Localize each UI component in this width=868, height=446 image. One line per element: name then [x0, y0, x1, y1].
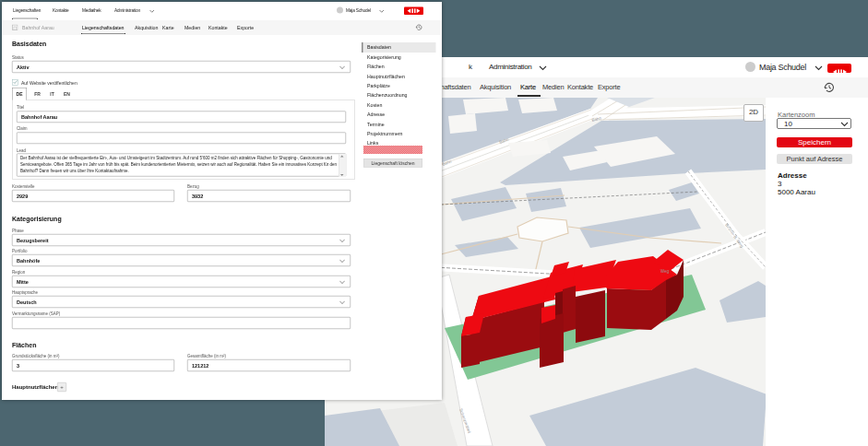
svg-text:Weg: Weg: [660, 269, 670, 274]
